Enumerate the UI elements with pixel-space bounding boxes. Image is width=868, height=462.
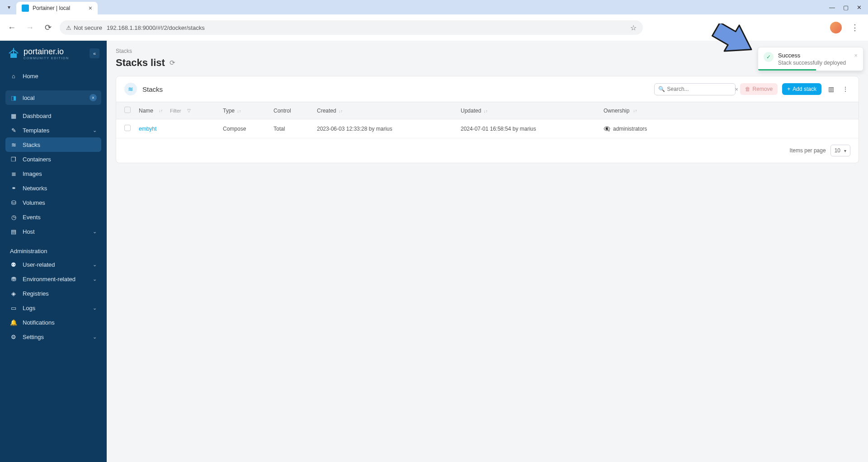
close-icon[interactable]: × xyxy=(854,52,858,66)
search-icon: 🔍 xyxy=(658,86,665,92)
close-icon[interactable]: × xyxy=(89,5,92,12)
sidebar-item-label: Notifications xyxy=(23,319,97,326)
row-checkbox[interactable] xyxy=(124,125,131,131)
gear-icon: ⚙ xyxy=(10,333,17,340)
env-label: local xyxy=(23,94,84,101)
filter-label[interactable]: Filter xyxy=(170,108,181,113)
sidebar-item-registries[interactable]: ◈ Registries xyxy=(5,286,101,301)
main-content: Stacks Stacks list ⟳ ≋ Stacks 🔍 × 🗑 Remo… xyxy=(107,41,868,462)
toast-progress xyxy=(758,69,816,71)
sidebar-item-containers[interactable]: ❒ Containers xyxy=(5,152,101,166)
layers-icon: ≋ xyxy=(10,141,17,148)
portainer-logo-icon xyxy=(7,47,20,60)
layers-icon: ≋ xyxy=(124,83,137,95)
url-box[interactable]: ⚠ Not secure 192.168.1.18:9000/#!/2/dock… xyxy=(60,20,643,35)
sidebar-env-local[interactable]: ◨ local × xyxy=(5,90,101,105)
stack-ownership: administrators xyxy=(613,126,647,132)
stack-link[interactable]: embyht xyxy=(139,126,156,132)
sidebar-item-notifications[interactable]: 🔔 Notifications xyxy=(5,315,101,330)
col-control: Control xyxy=(274,108,291,114)
sidebar-item-label: Events xyxy=(23,214,97,221)
col-updated[interactable]: Updated xyxy=(461,108,481,114)
sidebar-item-templates[interactable]: ✎ Templates ⌄ xyxy=(5,123,101,137)
browser-tab[interactable]: Portainer | local × xyxy=(16,2,98,14)
box-icon: ❒ xyxy=(10,156,17,163)
col-name[interactable]: Name xyxy=(139,108,153,114)
browser-menu-icon[interactable]: ⋮ xyxy=(847,23,863,33)
col-created[interactable]: Created xyxy=(317,108,336,114)
chevron-down-icon: ⌄ xyxy=(93,276,97,282)
sidebar-item-dashboard[interactable]: ▦ Dashboard xyxy=(5,108,101,123)
table-row: embyht Compose Total 2023-06-03 12:33:28… xyxy=(116,119,859,138)
reload-icon[interactable]: ⟳ xyxy=(42,21,54,34)
columns-icon[interactable]: ▥ xyxy=(826,85,836,93)
sidebar-item-events[interactable]: ◷ Events xyxy=(5,210,101,224)
search-input[interactable] xyxy=(667,86,735,92)
minimize-icon[interactable]: ― xyxy=(829,4,835,11)
tab-bar: ▾ Portainer | local × ― ▢ ✕ xyxy=(0,0,868,14)
eye-off-icon: 👁‍🗨 xyxy=(604,126,610,132)
chevron-down-icon: ▾ xyxy=(844,148,846,153)
toast-title: Success xyxy=(778,52,849,59)
refresh-icon[interactable]: ⟳ xyxy=(170,59,175,67)
chevron-down-icon: ⌄ xyxy=(93,262,97,268)
forward-icon[interactable]: → xyxy=(24,21,36,34)
sidebar-item-networks[interactable]: ⚭ Networks xyxy=(5,181,101,195)
server-icon: ▤ xyxy=(10,228,17,235)
collapse-sidebar-icon[interactable]: « xyxy=(90,48,99,58)
sidebar-item-images[interactable]: ≣ Images xyxy=(5,166,101,181)
close-window-icon[interactable]: ✕ xyxy=(857,4,862,11)
search-box[interactable]: 🔍 × xyxy=(654,83,736,95)
table-footer: Items per page 10 ▾ xyxy=(116,138,859,163)
col-type[interactable]: Type xyxy=(223,108,235,114)
items-per-page-select[interactable]: 10 ▾ xyxy=(830,145,850,156)
sidebar-item-host[interactable]: ▤ Host ⌄ xyxy=(5,224,101,239)
trash-icon: 🗑 xyxy=(745,86,750,92)
tab-title: Portainer | local xyxy=(33,5,85,11)
logo-text: portainer.io COMMUNITY EDITION xyxy=(24,47,69,60)
users-icon: ⚉ xyxy=(10,261,17,268)
sidebar-item-stacks[interactable]: ≋ Stacks xyxy=(5,137,101,152)
sidebar-item-settings[interactable]: ⚙ Settings ⌄ xyxy=(5,330,101,344)
svg-rect-0 xyxy=(10,53,17,58)
check-circle-icon: ✓ xyxy=(764,52,774,62)
star-icon[interactable]: ☆ xyxy=(630,24,637,32)
remove-button[interactable]: 🗑 Remove xyxy=(740,83,778,95)
breadcrumb: Stacks xyxy=(116,48,859,54)
sidebar-item-logs[interactable]: ▭ Logs ⌄ xyxy=(5,301,101,315)
sidebar-item-home[interactable]: ⌂ Home xyxy=(5,69,101,83)
favicon-icon xyxy=(22,5,29,12)
success-toast: ✓ Success Stack successfully deployed × xyxy=(758,47,863,71)
back-icon[interactable]: ← xyxy=(5,21,18,34)
sidebar-item-user-related[interactable]: ⚉ User-related ⌄ xyxy=(5,257,101,272)
sort-icon: ↓↑ xyxy=(339,109,343,113)
sidebar-item-label: Host xyxy=(23,228,87,235)
not-secure-badge: ⚠ Not secure xyxy=(66,24,102,31)
profile-avatar[interactable] xyxy=(830,22,842,33)
sidebar-item-label: Templates xyxy=(23,127,87,134)
card-title: Stacks xyxy=(142,85,163,93)
more-icon[interactable]: ⋮ xyxy=(840,85,850,93)
bell-icon: 🔔 xyxy=(10,319,17,326)
items-per-page-value: 10 xyxy=(835,147,840,154)
toast-message: Stack successfully deployed xyxy=(778,60,849,66)
col-ownership[interactable]: Ownership xyxy=(604,108,629,114)
chevron-down-icon: ⌄ xyxy=(93,229,97,235)
sidebar-item-volumes[interactable]: ⛁ Volumes xyxy=(5,195,101,210)
sidebar-item-label: Dashboard xyxy=(23,113,97,119)
add-stack-button[interactable]: + Add stack xyxy=(782,83,821,95)
select-all-checkbox[interactable] xyxy=(124,107,131,113)
env-close-icon[interactable]: × xyxy=(90,94,97,101)
sidebar-item-label: Containers xyxy=(23,156,97,163)
database-icon: ⛁ xyxy=(10,199,17,206)
plus-icon: + xyxy=(787,86,790,92)
edit-icon: ✎ xyxy=(10,127,17,134)
maximize-icon[interactable]: ▢ xyxy=(843,4,849,11)
sidebar-item-label: Volumes xyxy=(23,199,97,206)
tabs-dropdown-icon[interactable]: ▾ xyxy=(4,2,14,13)
page-title-row: Stacks list ⟳ xyxy=(116,57,859,69)
clear-icon[interactable]: × xyxy=(735,86,739,93)
sort-icon: ↓↑ xyxy=(237,109,241,113)
sidebar-item-env-related[interactable]: ⛃ Environment-related ⌄ xyxy=(5,272,101,286)
browser-chrome: ▾ Portainer | local × ― ▢ ✕ ← → ⟳ ⚠ Not … xyxy=(0,0,868,41)
